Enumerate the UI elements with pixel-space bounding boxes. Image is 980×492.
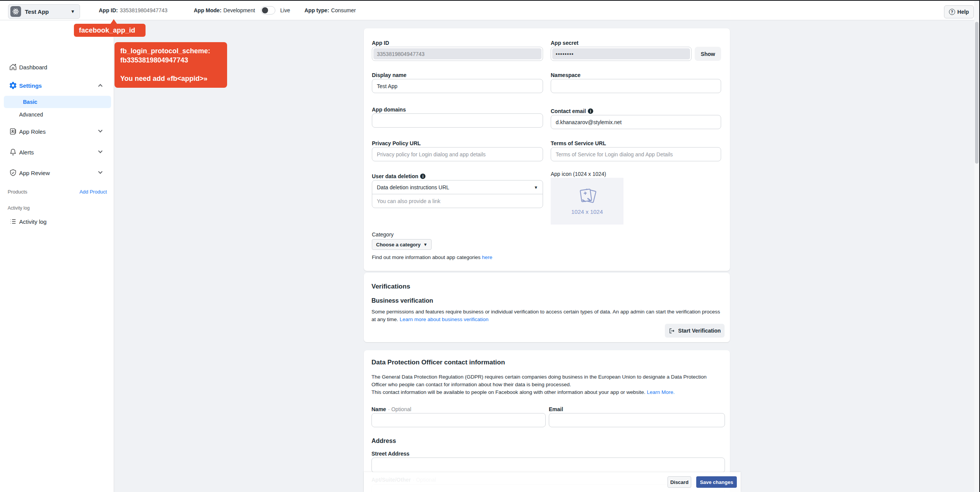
dpo-contact-text: This contact information will be availab… xyxy=(371,389,645,395)
photos-icon xyxy=(577,188,597,206)
info-icon[interactable]: i xyxy=(420,174,425,179)
app-type-label: App type: xyxy=(304,7,329,13)
start-verification-button[interactable]: Start Verification xyxy=(665,324,725,338)
app-dashboard: Test App ▼ App ID: 3353819804947743 App … xyxy=(0,0,980,492)
street-address-input[interactable] xyxy=(371,458,725,473)
app-icon-size-text: 1024 x 1024 xyxy=(571,208,603,215)
annotation-facebook-app-id: facebook_app_id xyxy=(74,24,146,37)
dpo-name-label: Name · Optional xyxy=(371,406,411,412)
annotation-line2: fb3353819804947743 xyxy=(120,56,221,65)
selected-app-name: Test App xyxy=(25,8,70,15)
discard-button[interactable]: Discard xyxy=(668,476,691,488)
learn-more-link[interactable]: Learn More. xyxy=(647,389,675,395)
help-button[interactable]: ? Help xyxy=(944,5,974,18)
sidebar-item-label: Activity log xyxy=(19,218,47,225)
topbar-app-type: App type: Consumer xyxy=(304,0,356,20)
start-verification-label: Start Verification xyxy=(678,328,721,334)
chevron-up-icon xyxy=(98,84,102,88)
sidebar-item-basic-highlight[interactable]: Basic xyxy=(4,96,111,108)
add-product-link[interactable]: Add Product xyxy=(79,189,107,195)
list-icon xyxy=(8,217,18,226)
annotation-text: facebook_app_id xyxy=(79,26,135,34)
annotation-spacer xyxy=(120,65,221,74)
sidebar: Dashboard Settings Basic Advanced App Ro… xyxy=(0,20,114,492)
contact-email-label: Contact email i xyxy=(551,108,593,114)
display-name-input[interactable] xyxy=(372,79,543,93)
chevron-down-icon xyxy=(98,169,102,174)
app-id-field-label: App ID xyxy=(372,40,389,46)
callout-arrow-up-icon xyxy=(110,19,117,24)
category-info-prefix: Find out more information about app cate… xyxy=(372,254,481,260)
sidebar-item-app-review[interactable]: App Review xyxy=(0,167,114,179)
business-verification-subtitle: Business verification xyxy=(371,297,433,304)
data-deletion-select[interactable]: Data deletion instructions URL ▼ xyxy=(372,180,543,194)
dpo-gdpr-paragraph: The General Data Protection Regulation (… xyxy=(371,373,722,389)
app-id-field-value: 3353819804947743 xyxy=(373,48,542,59)
user-data-deletion-label-text: User data deletion xyxy=(372,173,418,179)
dpo-name-input[interactable] xyxy=(371,413,546,427)
toggle-knob-icon xyxy=(262,7,268,13)
sidebar-item-activity-log[interactable]: Activity log xyxy=(0,215,114,228)
app-icon-label: App icon (1024 x 1024) xyxy=(551,171,606,177)
topbar: Test App ▼ App ID: 3353819804947743 App … xyxy=(0,0,980,20)
basic-settings-card: App ID 3353819804947743 App secret •••••… xyxy=(364,28,730,271)
name-optional-text: · Optional xyxy=(388,406,411,412)
dpo-email-label: Email xyxy=(549,406,563,412)
home-icon xyxy=(8,62,18,72)
verifications-title: Verifications xyxy=(371,283,410,290)
dpo-title: Data Protection Officer contact informat… xyxy=(371,359,505,366)
sidebar-item-advanced[interactable]: Advanced xyxy=(0,108,114,121)
show-secret-button[interactable]: Show xyxy=(695,47,721,61)
chevron-down-icon: ▼ xyxy=(70,9,75,14)
app-domains-input[interactable] xyxy=(372,113,543,128)
sidebar-item-label: Advanced xyxy=(19,112,43,118)
display-name-label: Display name xyxy=(372,72,406,78)
learn-more-business-verification-link[interactable]: Learn more about business verification xyxy=(400,317,489,322)
sidebar-item-dashboard[interactable]: Dashboard xyxy=(0,61,114,73)
business-verification-body: Some permissions and features require bu… xyxy=(371,308,725,323)
namespace-input[interactable] xyxy=(551,79,721,93)
chevron-down-icon xyxy=(98,149,102,153)
vertical-scrollbar[interactable] xyxy=(974,1,979,492)
sidebar-item-label: Dashboard xyxy=(19,64,47,71)
choose-category-button[interactable]: Choose a category ▼ xyxy=(372,239,432,250)
app-mode-value: Development xyxy=(223,7,255,13)
app-selector-dropdown[interactable]: Test App ▼ xyxy=(8,4,80,19)
app-secret-field: •••••••• xyxy=(551,47,692,61)
bell-icon xyxy=(8,148,18,157)
terms-input[interactable] xyxy=(551,147,721,161)
user-data-deletion-label: User data deletion i xyxy=(372,173,425,179)
sidebar-item-label: App Review xyxy=(19,170,50,176)
privacy-policy-input[interactable] xyxy=(372,147,543,161)
question-mark-icon: ? xyxy=(949,9,955,15)
app-secret-field-value: •••••••• xyxy=(552,48,690,59)
namespace-label: Namespace xyxy=(551,72,581,78)
chevron-down-icon: ▼ xyxy=(423,242,427,247)
category-label: Category xyxy=(372,231,394,238)
data-deletion-link-input[interactable] xyxy=(372,194,543,208)
sidebar-item-app-roles[interactable]: App Roles xyxy=(0,125,114,138)
choose-category-label: Choose a category xyxy=(376,242,420,248)
shield-check-icon xyxy=(8,168,18,177)
app-mode-toggle[interactable] xyxy=(261,6,275,15)
app-icon-upload[interactable]: 1024 x 1024 xyxy=(551,178,623,225)
save-changes-button[interactable]: Save changes xyxy=(696,476,737,488)
contact-email-input[interactable] xyxy=(551,115,721,129)
sidebar-item-basic[interactable]: Basic xyxy=(23,99,37,105)
sidebar-item-settings[interactable]: Settings xyxy=(0,79,114,92)
help-label: Help xyxy=(957,9,969,15)
chevron-down-icon: ▼ xyxy=(534,185,538,190)
sidebar-item-alerts[interactable]: Alerts xyxy=(0,146,114,158)
info-icon[interactable]: i xyxy=(588,108,593,114)
name-label-text: Name xyxy=(371,406,386,412)
app-type-value: Consumer xyxy=(331,7,356,13)
scrollbar-thumb[interactable] xyxy=(975,22,978,164)
category-here-link[interactable]: here xyxy=(482,254,492,260)
window-top-edge xyxy=(0,0,980,1)
terms-label: Terms of Service URL xyxy=(551,140,606,146)
gear-icon xyxy=(8,81,18,90)
annotation-line3: You need add «fb<appid>» xyxy=(120,74,221,83)
start-verification-icon xyxy=(669,328,675,334)
products-section-label: Products xyxy=(8,189,27,195)
dpo-email-input[interactable] xyxy=(549,413,725,427)
